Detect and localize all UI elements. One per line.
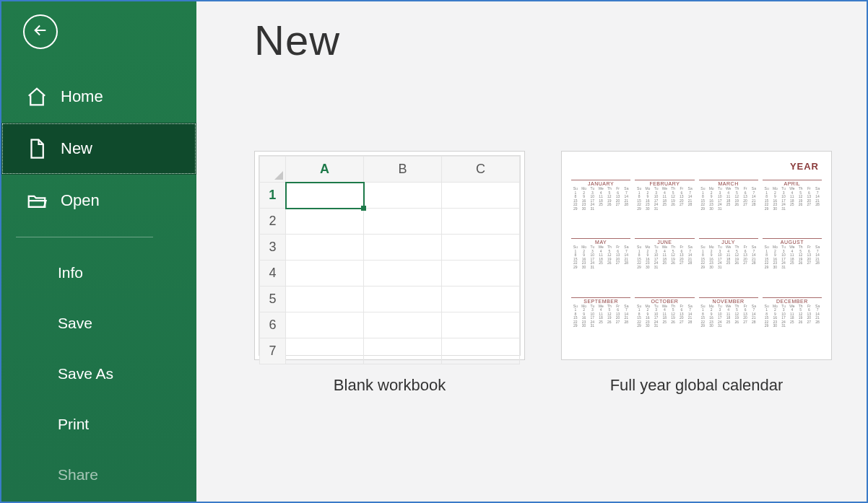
back-arrow-icon xyxy=(32,22,48,41)
folder-open-icon xyxy=(26,190,48,211)
backstage-sidebar: Home New Open Info xyxy=(1,1,196,502)
sidebar-divider xyxy=(16,237,153,237)
sidebar-item-home[interactable]: Home xyxy=(1,71,196,123)
sidebar-item-info[interactable]: Info xyxy=(1,248,196,298)
calendar-month: MARCHSuMoTuWeThFrSa123456789101112131415… xyxy=(699,180,758,234)
col-header: A xyxy=(286,157,364,183)
sidebar-item-print[interactable]: Print xyxy=(1,399,196,450)
calendar-month: SEPTEMBERSuMoTuWeThFrSa12345678910111213… xyxy=(571,297,630,351)
row-header: 4 xyxy=(260,261,286,287)
new-file-icon xyxy=(26,138,48,159)
select-all-corner xyxy=(260,157,286,183)
template-label: Full year global calendar xyxy=(610,376,784,395)
row-header: 7 xyxy=(260,338,286,364)
sidebar-item-label: Info xyxy=(58,264,83,281)
sidebar-item-label: Open xyxy=(61,191,100,210)
row-header: 6 xyxy=(260,312,286,338)
calendar-month: APRILSuMoTuWeThFrSa123456789101112131415… xyxy=(763,180,822,234)
calendar-month: NOVEMBERSuMoTuWeThFrSa123456789101112131… xyxy=(699,297,758,351)
row-header: 5 xyxy=(260,287,286,312)
template-calendar-thumbnail: YEAR JANUARYSuMoTuWeThFrSa12345678910111… xyxy=(561,151,832,360)
template-blank-workbook[interactable]: A B C 1 2 3 4 xyxy=(254,151,525,395)
sidebar-item-share[interactable]: Share xyxy=(1,450,196,500)
col-header: C xyxy=(442,157,520,183)
sidebar-item-new[interactable]: New xyxy=(1,123,196,175)
template-full-year-calendar[interactable]: YEAR JANUARYSuMoTuWeThFrSa12345678910111… xyxy=(561,151,832,395)
template-label: Blank workbook xyxy=(334,376,446,395)
sidebar-item-label: Save xyxy=(58,315,92,332)
calendar-month: AUGUSTSuMoTuWeThFrSa12345678910111213141… xyxy=(763,238,822,292)
calendar-preview: YEAR JANUARYSuMoTuWeThFrSa12345678910111… xyxy=(565,155,828,356)
row-header: 2 xyxy=(260,209,286,235)
template-gallery: A B C 1 2 3 4 xyxy=(254,151,867,395)
row-header: 3 xyxy=(260,235,286,261)
calendar-month: OCTOBERSuMoTuWeThFrSa1234567891011121314… xyxy=(635,297,694,351)
sidebar-item-label: Save As xyxy=(58,365,113,382)
calendar-month: JULYSuMoTuWeThFrSa1234567891011121314151… xyxy=(699,238,758,292)
calendar-month: JANUARYSuMoTuWeThFrSa1234567891011121314… xyxy=(571,180,630,234)
sidebar-item-label: New xyxy=(61,139,92,158)
sidebar-item-save[interactable]: Save xyxy=(1,298,196,349)
sidebar-item-open[interactable]: Open xyxy=(1,175,196,227)
calendar-month: FEBRUARYSuMoTuWeThFrSa123456789101112131… xyxy=(635,180,694,234)
sidebar-item-label: Print xyxy=(58,416,89,433)
calendar-month: DECEMBERSuMoTuWeThFrSa123456789101112131… xyxy=(763,297,822,351)
template-blank-thumbnail: A B C 1 2 3 4 xyxy=(254,151,525,360)
sidebar-item-label: Share xyxy=(58,466,98,484)
row-header: 1 xyxy=(260,183,286,209)
blank-workbook-preview: A B C 1 2 3 4 xyxy=(259,155,521,356)
calendar-month: JUNESuMoTuWeThFrSa1234567891011121314151… xyxy=(635,238,694,292)
main-content: New A B C 1 xyxy=(196,1,867,502)
calendar-month: MAYSuMoTuWeThFrSa12345678910111213141516… xyxy=(571,238,630,292)
sidebar-item-saveas[interactable]: Save As xyxy=(1,349,196,399)
col-header: B xyxy=(364,157,442,183)
back-button[interactable] xyxy=(23,14,58,49)
active-cell xyxy=(286,183,364,209)
home-icon xyxy=(26,86,48,108)
app-root: Home New Open Info xyxy=(1,1,867,502)
calendar-year-header: YEAR xyxy=(790,161,819,172)
sidebar-item-label: Home xyxy=(61,87,103,106)
page-title: New xyxy=(254,16,867,64)
